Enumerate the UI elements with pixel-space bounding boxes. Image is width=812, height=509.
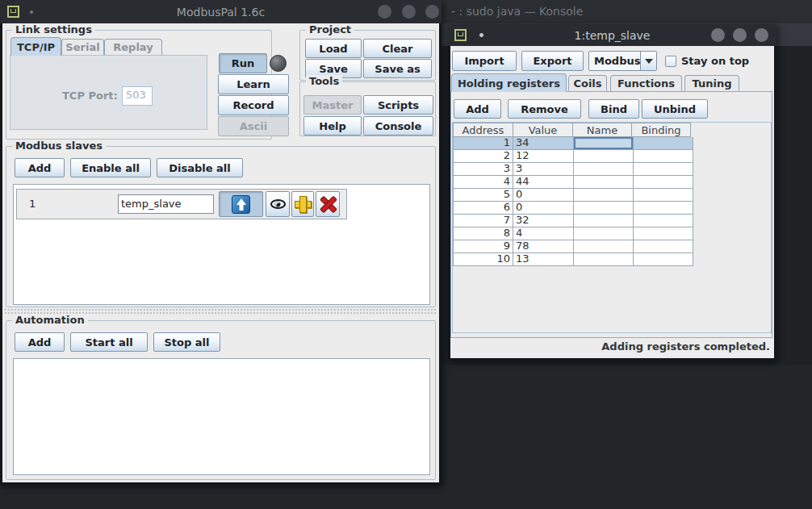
- slave-editor-titlebar[interactable]: 1:temp_slave: [448, 24, 776, 46]
- slave-row[interactable]: 1 temp_slave: [16, 189, 347, 219]
- clear-button[interactable]: Clear: [363, 39, 432, 58]
- table-cell[interactable]: 0: [513, 189, 574, 202]
- table-cell[interactable]: [634, 215, 693, 227]
- console-button[interactable]: Console: [363, 116, 433, 136]
- close-button[interactable]: [425, 5, 439, 19]
- save-as-button[interactable]: Save as: [363, 59, 432, 78]
- disable-all-button[interactable]: Disable all: [157, 158, 243, 177]
- table-row[interactable]: 444: [453, 176, 771, 189]
- table-cell[interactable]: [634, 202, 693, 215]
- column-header-value[interactable]: Value: [513, 123, 573, 137]
- table-row[interactable]: 212: [453, 150, 771, 163]
- tab-tcpip[interactable]: TCP/IP: [10, 37, 61, 56]
- table-row[interactable]: 50: [453, 189, 771, 202]
- learn-button[interactable]: Learn: [218, 74, 289, 94]
- slave-enabled-toggle[interactable]: [219, 191, 263, 217]
- table-cell[interactable]: 5: [453, 189, 513, 202]
- tab-serial[interactable]: Serial: [61, 39, 104, 55]
- table-cell[interactable]: [634, 240, 693, 253]
- slave-add-button[interactable]: Add: [15, 158, 65, 177]
- table-cell[interactable]: [574, 163, 634, 176]
- table-row[interactable]: 978: [453, 240, 771, 253]
- slave-view-button[interactable]: [266, 191, 290, 217]
- table-cell[interactable]: [574, 202, 634, 215]
- slave-name-field[interactable]: temp_slave: [118, 194, 214, 214]
- register-add-button[interactable]: Add: [454, 99, 501, 119]
- table-cell[interactable]: [634, 253, 693, 266]
- combobox-arrow-button[interactable]: [640, 52, 656, 70]
- ascii-button[interactable]: Ascii: [218, 116, 289, 136]
- slave-duplicate-button[interactable]: [291, 191, 314, 217]
- table-cell[interactable]: 10: [453, 253, 513, 266]
- start-all-button[interactable]: Start all: [70, 332, 148, 352]
- table-cell[interactable]: 34: [513, 137, 574, 150]
- register-unbind-button[interactable]: Unbind: [642, 99, 708, 119]
- table-cell[interactable]: 78: [513, 240, 574, 253]
- column-header-binding[interactable]: Binding: [631, 123, 691, 137]
- table-row[interactable]: 732: [453, 215, 771, 227]
- register-bind-button[interactable]: Bind: [588, 99, 639, 119]
- tab-holding-registers[interactable]: Holding registers: [451, 73, 567, 92]
- table-cell[interactable]: 0: [513, 202, 574, 215]
- table-cell[interactable]: 4: [453, 176, 513, 189]
- minimize-button[interactable]: [378, 5, 391, 19]
- table-cell[interactable]: 2: [453, 150, 513, 163]
- minimize-button[interactable]: [711, 28, 725, 42]
- table-cell[interactable]: 44: [513, 176, 574, 189]
- master-button[interactable]: Master: [303, 95, 362, 115]
- modbuspal-titlebar[interactable]: ModbusPal 1.6c: [0, 0, 442, 23]
- table-cell[interactable]: [634, 227, 693, 240]
- table-cell[interactable]: 13: [513, 253, 574, 266]
- table-cell[interactable]: 12: [513, 150, 574, 163]
- maximize-button[interactable]: [402, 5, 416, 19]
- load-button[interactable]: Load: [305, 39, 362, 58]
- table-cell[interactable]: 8: [453, 227, 513, 240]
- table-cell[interactable]: 6: [453, 202, 513, 215]
- help-button[interactable]: Help: [303, 116, 362, 136]
- tab-replay[interactable]: Replay: [104, 39, 162, 55]
- registers-scrollpane[interactable]: Address Value Name Binding 1342123344450…: [452, 122, 772, 333]
- table-cell[interactable]: [634, 150, 693, 163]
- tcp-port-field[interactable]: 503: [122, 86, 153, 106]
- column-header-address[interactable]: Address: [453, 123, 513, 137]
- table-cell[interactable]: [574, 215, 634, 227]
- table-cell[interactable]: [634, 189, 693, 202]
- close-button[interactable]: [755, 28, 768, 42]
- table-row[interactable]: 134: [453, 137, 771, 150]
- maximize-button[interactable]: [733, 28, 747, 42]
- table-cell[interactable]: 3: [453, 163, 513, 176]
- register-remove-button[interactable]: Remove: [508, 99, 581, 119]
- slave-delete-button[interactable]: [316, 191, 340, 217]
- column-header-name[interactable]: Name: [572, 123, 632, 137]
- konsole-titlebar[interactable]: - : sudo java — Konsole: [442, 0, 812, 23]
- tab-functions[interactable]: Functions: [610, 75, 682, 91]
- table-row[interactable]: 60: [453, 202, 771, 215]
- table-cell[interactable]: 3: [513, 163, 574, 176]
- record-button[interactable]: Record: [218, 95, 289, 115]
- enable-all-button[interactable]: Enable all: [70, 158, 151, 177]
- table-cell[interactable]: 4: [513, 227, 574, 240]
- table-row[interactable]: 1013: [453, 253, 771, 266]
- stop-all-button[interactable]: Stop all: [153, 332, 220, 352]
- table-cell[interactable]: [574, 189, 634, 202]
- table-cell[interactable]: [574, 227, 634, 240]
- table-cell[interactable]: [634, 176, 693, 189]
- automation-add-button[interactable]: Add: [15, 332, 65, 352]
- table-cell[interactable]: 32: [513, 215, 574, 227]
- table-cell[interactable]: 7: [453, 215, 513, 227]
- table-cell[interactable]: [574, 240, 634, 253]
- table-cell[interactable]: [634, 137, 693, 150]
- register-type-combobox[interactable]: Modbus: [588, 51, 657, 71]
- table-cell[interactable]: [634, 163, 693, 176]
- table-cell[interactable]: [574, 150, 634, 163]
- table-cell[interactable]: 9: [453, 240, 513, 253]
- table-row[interactable]: 84: [453, 227, 771, 240]
- tab-tuning[interactable]: Tuning: [684, 75, 739, 91]
- run-button[interactable]: Run: [219, 53, 267, 73]
- stay-on-top-checkbox[interactable]: [665, 56, 676, 67]
- table-cell[interactable]: 1: [453, 137, 513, 150]
- table-row[interactable]: 33: [453, 163, 771, 176]
- import-button[interactable]: Import: [452, 51, 517, 71]
- table-cell[interactable]: [574, 137, 634, 150]
- scripts-button[interactable]: Scripts: [363, 95, 433, 115]
